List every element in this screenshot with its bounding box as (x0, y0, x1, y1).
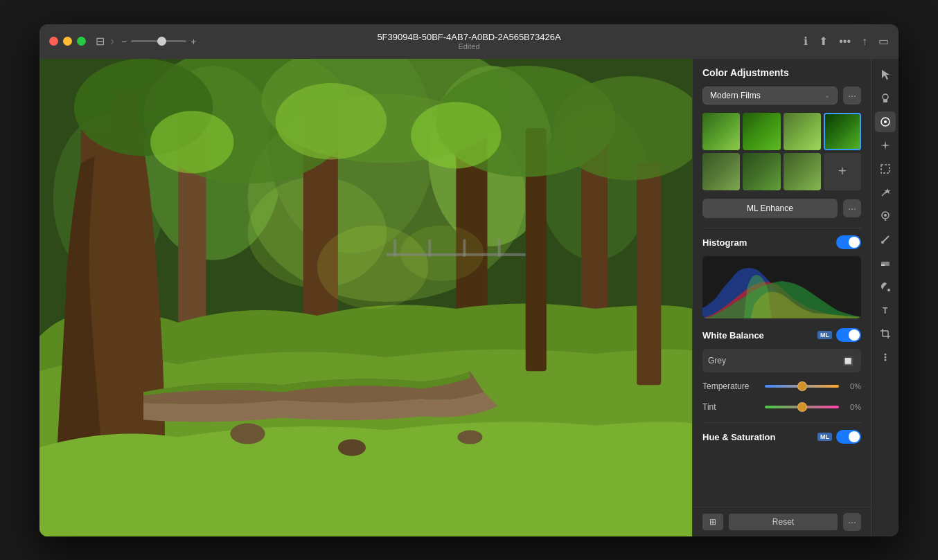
paint-bucket-button[interactable] (875, 276, 896, 297)
sidebar-toggle-icon[interactable]: ⊟ (96, 35, 105, 48)
stamp-tool-button[interactable] (875, 88, 896, 109)
text-tool-button[interactable]: T (875, 300, 896, 320)
chevron-down-icon: ⌄ (824, 91, 830, 99)
sidebar-right-icon[interactable]: ▭ (878, 35, 889, 48)
svg-rect-18 (637, 163, 661, 385)
maximize-button[interactable] (77, 37, 86, 46)
hue-saturation-ml-badge: ML (817, 433, 832, 441)
histogram-label: Histogram (702, 237, 747, 248)
svg-point-16 (457, 430, 482, 444)
tint-slider-container[interactable] (765, 400, 839, 414)
export-icon[interactable]: ↑ (862, 35, 867, 48)
selection-tool-button[interactable] (875, 159, 896, 179)
white-balance-header: White Balance ML (702, 328, 861, 342)
svg-point-41 (884, 214, 887, 217)
divider-1 (702, 228, 861, 228)
svg-point-14 (230, 423, 265, 444)
filter-thumb-4[interactable] (824, 113, 861, 150)
color-picker-button[interactable] (875, 206, 896, 226)
color-picker-icon (880, 210, 891, 222)
grey-label: Grey (708, 356, 726, 365)
info-icon[interactable]: ℹ (804, 35, 808, 48)
more-tools-icon (880, 352, 891, 363)
svg-rect-46 (881, 264, 885, 266)
filter-thumb-preview-1 (702, 113, 740, 150)
filter-thumb-2[interactable] (743, 113, 780, 150)
svg-rect-30 (498, 239, 501, 256)
filter-thumb-6[interactable] (743, 153, 780, 190)
filter-thumb-preview-4 (825, 114, 860, 149)
filter-dropdown-label: Modern Films (710, 91, 761, 100)
filter-add-button[interactable]: + (824, 153, 861, 190)
white-balance-toggle-area: ML (817, 328, 861, 342)
zoom-minus-button[interactable]: − (121, 36, 127, 47)
brush-tool-button[interactable] (875, 229, 896, 250)
view-toggle-button[interactable]: ⊞ (702, 514, 723, 530)
tint-value: 0% (839, 403, 861, 411)
main-content: Color Adjustments Modern Films ⌄ ··· (39, 59, 899, 536)
stamp-icon (880, 93, 891, 104)
temperature-value: 0% (839, 382, 861, 390)
svg-point-55 (884, 359, 886, 361)
filter-thumb-7[interactable] (784, 153, 821, 190)
white-balance-section: White Balance ML Grey 🔲 Temperature (702, 328, 861, 414)
svg-point-53 (884, 353, 886, 355)
retouch-tool-button[interactable] (875, 111, 896, 132)
sparkle-tool-button[interactable] (875, 135, 896, 156)
svg-rect-38 (881, 165, 890, 173)
svg-point-54 (884, 356, 886, 358)
forest-image (39, 59, 692, 536)
svg-point-34 (883, 94, 888, 100)
panel-more-options-button[interactable]: ··· (843, 513, 861, 531)
svg-point-32 (276, 83, 387, 159)
file-id: 5F39094B-50BF-4AB7-A0BD-2A565B73426A (377, 32, 560, 42)
eraser-icon (880, 258, 891, 269)
filter-more-button[interactable]: ··· (843, 87, 861, 105)
svg-text:T: T (883, 306, 888, 316)
more-options-icon[interactable]: ••• (839, 35, 851, 48)
svg-point-33 (411, 102, 501, 168)
photo-area (39, 59, 692, 536)
filter-thumb-5[interactable] (702, 153, 740, 190)
arrow-icon (880, 69, 891, 80)
svg-rect-26 (387, 253, 526, 255)
circle-icon (880, 116, 891, 127)
histogram-header: Histogram (702, 235, 861, 249)
filter-thumb-3[interactable] (784, 113, 821, 150)
zoom-slider[interactable] (131, 40, 186, 42)
temperature-slider-container[interactable] (765, 379, 839, 393)
eraser-tool-button[interactable] (875, 253, 896, 273)
svg-rect-27 (393, 239, 396, 256)
minimize-button[interactable] (63, 37, 72, 46)
share-icon[interactable]: ⬆ (819, 35, 828, 48)
filter-thumb-1[interactable] (702, 113, 740, 150)
svg-rect-28 (428, 239, 431, 256)
white-balance-ml-badge: ML (817, 331, 832, 339)
histogram-toggle[interactable] (836, 235, 861, 249)
tint-thumb[interactable] (797, 402, 807, 412)
reset-button[interactable]: Reset (729, 514, 838, 530)
filter-thumb-preview-3 (784, 113, 821, 150)
more-tools-button[interactable] (875, 347, 896, 368)
temperature-thumb[interactable] (797, 381, 807, 391)
select-tool-button[interactable] (875, 64, 896, 85)
color-adjustments-panel: Color Adjustments Modern Films ⌄ ··· (692, 59, 871, 536)
eyedropper-button[interactable]: 🔲 (840, 353, 856, 368)
tool-sidebar: T (871, 59, 899, 536)
magic-wand-button[interactable] (875, 182, 896, 203)
chevron-down-icon: › (110, 34, 114, 48)
selection-icon (880, 163, 891, 174)
close-button[interactable] (49, 37, 58, 46)
crop-tool-button[interactable] (875, 323, 896, 344)
traffic-lights (49, 37, 86, 46)
svg-line-43 (883, 236, 889, 242)
hue-saturation-header: Hue & Saturation ML (702, 430, 861, 444)
filter-dropdown[interactable]: Modern Films ⌄ (702, 87, 838, 105)
ml-enhance-more-button[interactable]: ··· (843, 199, 861, 217)
paint-bucket-icon (880, 281, 891, 292)
filter-thumb-preview-7 (784, 153, 821, 190)
hue-saturation-toggle[interactable] (836, 430, 861, 444)
white-balance-toggle[interactable] (836, 328, 861, 342)
zoom-plus-button[interactable]: + (191, 36, 196, 47)
ml-enhance-button[interactable]: ML Enhance (702, 199, 838, 218)
